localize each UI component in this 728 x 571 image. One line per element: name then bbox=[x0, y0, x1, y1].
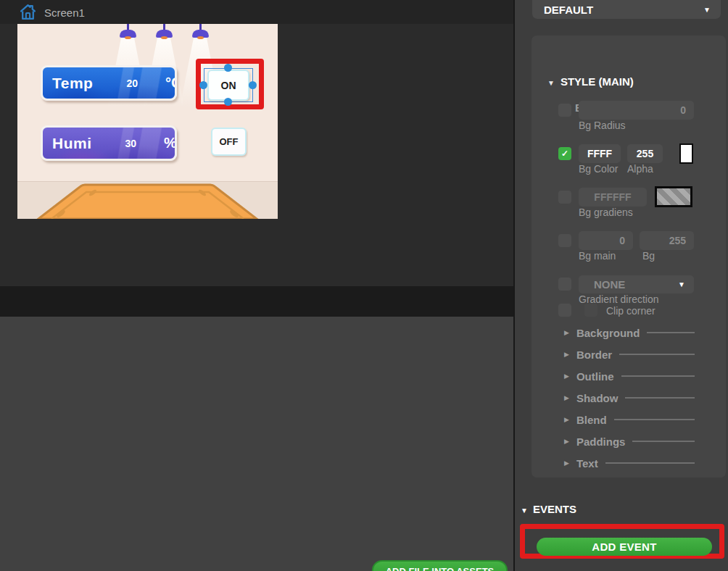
clip-corner-checkbox[interactable] bbox=[558, 304, 571, 317]
selection-handle-left[interactable] bbox=[199, 81, 207, 89]
group-border[interactable]: ▶ Border bbox=[531, 348, 726, 361]
header-rule bbox=[605, 462, 695, 464]
group-paddings[interactable]: ▶ Paddings bbox=[531, 435, 726, 448]
bg-gradients-checkbox[interactable] bbox=[558, 191, 571, 204]
group-text[interactable]: ▶ Text bbox=[531, 457, 726, 470]
humi-value: 30 bbox=[125, 138, 137, 149]
group-blend[interactable]: ▶ Blend bbox=[531, 413, 726, 426]
horizontal-divider bbox=[0, 286, 513, 317]
bg-input[interactable]: 255 bbox=[640, 231, 694, 250]
style-main-header[interactable]: ▼STYLE (MAIN) bbox=[547, 75, 634, 88]
collapse-triangle-icon: ▼ bbox=[521, 507, 528, 514]
bg-alpha-input[interactable]: 255 bbox=[627, 144, 663, 163]
expand-triangle-icon: ▶ bbox=[564, 351, 569, 358]
clip-corner-toggle[interactable] bbox=[584, 304, 597, 317]
bg-main-label: Bg main bbox=[579, 250, 616, 262]
selection-handle-right[interactable] bbox=[249, 81, 257, 89]
alpha-label: Alpha bbox=[627, 163, 653, 175]
inspector-panel: DEFAULT ▼ ▼STYLE (MAIN) ▼ Background Bg … bbox=[515, 0, 728, 571]
header-rule bbox=[619, 354, 695, 355]
bg-radius-checkbox[interactable] bbox=[558, 104, 571, 117]
bg-color-input[interactable]: FFFF bbox=[579, 144, 621, 163]
table-graphic bbox=[17, 183, 278, 219]
bg-radius-input[interactable]: 0 bbox=[579, 101, 694, 120]
chevron-down-icon: ▼ bbox=[678, 280, 685, 288]
assets-panel bbox=[0, 317, 513, 571]
collapse-triangle-icon: ▼ bbox=[547, 79, 555, 87]
bg-label: Bg bbox=[642, 250, 655, 262]
bg-gradient-swatch[interactable] bbox=[655, 186, 692, 207]
bg-color-swatch[interactable] bbox=[679, 143, 693, 164]
bg-radius-label: Bg Radius bbox=[579, 120, 626, 131]
header-rule bbox=[632, 441, 695, 442]
selection-handle-top[interactable] bbox=[224, 64, 232, 72]
group-shadow[interactable]: ▶ Shadow bbox=[531, 391, 726, 404]
bg-color-checkbox[interactable]: ✓ bbox=[558, 147, 571, 160]
home-icon[interactable] bbox=[19, 3, 37, 21]
add-event-button[interactable]: ADD EVENT bbox=[537, 538, 712, 556]
off-button[interactable]: OFF bbox=[211, 128, 247, 156]
temp-unit: °C bbox=[165, 75, 177, 91]
state-dropdown[interactable]: DEFAULT ▼ bbox=[532, 0, 721, 19]
expand-triangle-icon: ▶ bbox=[564, 438, 569, 445]
add-file-into-assets-button[interactable]: ADD FILE INTO ASSETS bbox=[372, 560, 508, 571]
header-rule bbox=[625, 397, 695, 399]
selection-handle-bottom[interactable] bbox=[224, 98, 232, 106]
style-main-section: ▼STYLE (MAIN) ▼ Background Bg Radius 0 B… bbox=[531, 36, 726, 478]
events-header[interactable]: ▼EVENTS bbox=[521, 503, 576, 515]
group-outline[interactable]: ▶ Outline bbox=[531, 370, 726, 383]
humi-label: Humi bbox=[52, 135, 92, 152]
header-rule bbox=[647, 332, 695, 333]
gradient-direction-dropdown[interactable]: NONE ▼ bbox=[579, 275, 694, 293]
header-rule bbox=[621, 375, 695, 377]
canvas-topbar: Screen1 bbox=[0, 0, 513, 24]
app-window: Screen1 Temp 20 °C Humi bbox=[0, 0, 728, 571]
gradient-direction-checkbox[interactable] bbox=[558, 278, 571, 291]
expand-triangle-icon: ▶ bbox=[564, 459, 569, 467]
bg-gradients-label: Bg gradiens bbox=[579, 207, 633, 218]
on-button[interactable]: ON bbox=[207, 70, 249, 101]
group-background[interactable]: ▶ Background bbox=[531, 326, 726, 339]
bg-color-label: Bg Color bbox=[579, 163, 618, 175]
bg-main-input[interactable]: 0 bbox=[579, 231, 633, 250]
state-dropdown-value: DEFAULT bbox=[544, 4, 703, 16]
chevron-down-icon: ▼ bbox=[703, 6, 711, 14]
temp-label: Temp bbox=[52, 75, 93, 92]
design-canvas[interactable]: Temp 20 °C Humi 30 % ON OFF bbox=[17, 24, 278, 219]
expand-triangle-icon: ▶ bbox=[564, 372, 569, 380]
expand-triangle-icon: ▶ bbox=[564, 416, 569, 423]
screen-title: Screen1 bbox=[44, 7, 85, 19]
bg-gradients-input[interactable]: FFFFFF bbox=[579, 188, 647, 207]
humi-unit: % bbox=[164, 135, 177, 151]
bg-main-checkbox[interactable] bbox=[558, 234, 571, 247]
humi-widget[interactable]: Humi 30 % bbox=[41, 125, 177, 161]
header-rule bbox=[614, 419, 695, 420]
clip-corner-label: Clip corner bbox=[606, 305, 655, 317]
expand-triangle-icon: ▶ bbox=[564, 394, 569, 401]
expand-triangle-icon: ▶ bbox=[564, 329, 569, 336]
temp-widget[interactable]: Temp 20 °C bbox=[41, 65, 177, 101]
temp-value: 20 bbox=[126, 78, 138, 89]
